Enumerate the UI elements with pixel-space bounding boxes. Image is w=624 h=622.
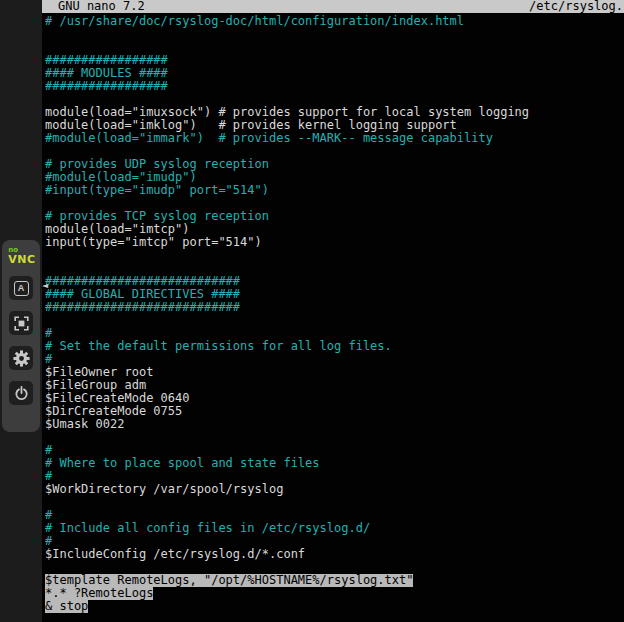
terminal-line: module(load="imklog") # provides kernel …: [45, 119, 624, 132]
terminal-line: # /usr/share/doc/rsyslog-doc/html/config…: [45, 15, 624, 28]
terminal-line: # Include all config files in /etc/rsysl…: [45, 522, 624, 535]
disconnect-button[interactable]: [9, 381, 33, 405]
terminal-line: $FileOwner root: [45, 366, 624, 379]
terminal-line: #module(load="imudp"): [45, 171, 624, 184]
keyboard-a-icon: A: [14, 281, 29, 296]
terminal-line: [45, 314, 624, 327]
fullscreen-icon: [14, 316, 29, 331]
terminal-line: & stop: [45, 600, 624, 613]
terminal-line: #: [45, 470, 624, 483]
terminal-line: #: [45, 444, 624, 457]
gear-icon: [13, 350, 30, 367]
terminal-line: [45, 93, 624, 106]
novnc-control-bar: no VNC A: [2, 240, 40, 432]
terminal-line: $FileGroup adm: [45, 379, 624, 392]
terminal-line: [45, 496, 624, 509]
terminal-line: [45, 41, 624, 54]
terminal-line: [45, 431, 624, 444]
terminal-line: [45, 262, 624, 275]
terminal-line: #module(load="immark") # provides --MARK…: [45, 132, 624, 145]
terminal-line: #: [45, 327, 624, 340]
terminal-line: # Set the default permissions for all lo…: [45, 340, 624, 353]
power-icon: [14, 386, 29, 401]
terminal-line: [45, 249, 624, 262]
keyboard-button[interactable]: A: [9, 276, 33, 300]
terminal-line: #################: [45, 80, 624, 93]
terminal-line: #: [45, 353, 624, 366]
terminal-line: [45, 197, 624, 210]
terminal-line: [45, 561, 624, 574]
terminal-line: # provides TCP syslog reception: [45, 210, 624, 223]
terminal-line: [45, 28, 624, 41]
terminal-line: input(type="imtcp" port="514"): [45, 236, 624, 249]
terminal-line: #### MODULES ####: [45, 67, 624, 80]
novnc-logo-vnc: VNC: [8, 254, 35, 265]
fullscreen-button[interactable]: [9, 311, 33, 335]
terminal-line: #: [45, 509, 624, 522]
terminal-line: $IncludeConfig /etc/rsyslog.d/*.conf: [45, 548, 624, 561]
terminal-line: $FileCreateMode 0640: [45, 392, 624, 405]
terminal-line: #input(type="imudp" port="514"): [45, 184, 624, 197]
terminal-line: # provides UDP syslog reception: [45, 158, 624, 171]
terminal-line: $Umask 0022: [45, 418, 624, 431]
terminal-line: ###########################: [45, 301, 624, 314]
nano-filename-label: /etc/rsyslog.: [529, 0, 623, 13]
nano-version-label: GNU nano 7.2: [58, 0, 145, 13]
novnc-logo: no VNC: [8, 247, 35, 265]
terminal-line: module(load="imuxsock") # provides suppo…: [45, 106, 624, 119]
terminal-line: #### GLOBAL DIRECTIVES ####: [45, 288, 624, 301]
terminal-line: $WorkDirectory /var/spool/rsyslog: [45, 483, 624, 496]
terminal-line: #: [45, 535, 624, 548]
terminal-line: $template RemoteLogs, "/opt/%HOSTNAME%/r…: [45, 574, 624, 587]
terminal-screen[interactable]: GNU nano 7.2 /etc/rsyslog. # /usr/share/…: [42, 0, 624, 622]
terminal-line: $DirCreateMode 0755: [45, 405, 624, 418]
terminal-line: #################: [45, 54, 624, 67]
settings-button[interactable]: [9, 346, 33, 370]
terminal-line: *.* ?RemoteLogs: [45, 587, 624, 600]
control-bar-handle[interactable]: ◄: [42, 282, 48, 290]
terminal-line: [45, 145, 624, 158]
terminal-line: ###########################: [45, 275, 624, 288]
terminal-line: # Where to place spool and state files: [45, 457, 624, 470]
nano-titlebar: GNU nano 7.2 /etc/rsyslog.: [42, 0, 624, 13]
terminal-line: module(load="imtcp"): [45, 223, 624, 236]
editor-buffer[interactable]: # /usr/share/doc/rsyslog-doc/html/config…: [42, 13, 624, 613]
